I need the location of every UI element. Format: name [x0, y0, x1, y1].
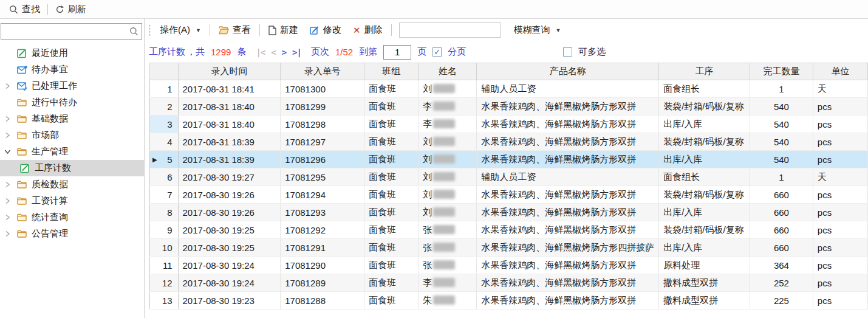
cell-unit[interactable]: pcs — [813, 133, 867, 151]
cell-product[interactable]: 水果香辣鸡肉、海鲜黑椒烤肠方形双拼 — [477, 221, 659, 239]
cell-process[interactable]: 面食组长 — [659, 168, 750, 186]
cell-process[interactable]: 撒料成型双拼 — [659, 292, 750, 309]
sidebar-search-input[interactable] — [1, 24, 129, 39]
cell-qty[interactable]: 1 — [750, 80, 813, 98]
cell-name[interactable]: 李 — [419, 116, 477, 133]
row-number-cell[interactable]: 2 — [150, 98, 179, 116]
row-number-cell[interactable]: 6 — [150, 168, 179, 186]
cell-name[interactable]: 刘 — [419, 204, 477, 221]
table-row[interactable]: ▶52017-08-31 18:3917081296面食班刘水果香辣鸡肉、海鲜黑… — [150, 151, 868, 168]
cell-order[interactable]: 17081293 — [281, 204, 364, 221]
edit-button[interactable]: 修改 — [305, 22, 346, 38]
cell-order[interactable]: 17081296 — [281, 151, 364, 168]
quick-search-input[interactable] — [399, 22, 501, 38]
find-button[interactable]: 查找 — [4, 2, 46, 17]
cell-group[interactable]: 面食班 — [364, 221, 419, 239]
cell-process[interactable]: 装袋/封箱/码板/复称 — [659, 98, 750, 116]
cell-product[interactable]: 水果香辣鸡肉、海鲜黑椒烤肠方形双拼 — [477, 186, 659, 204]
cell-name[interactable]: 刘 — [419, 151, 477, 168]
row-number-cell[interactable]: 3 — [150, 116, 179, 133]
cell-name[interactable]: 张 — [419, 239, 477, 257]
cell-qty[interactable]: 660 — [750, 239, 813, 257]
col-header-time[interactable]: 录入时间 — [178, 63, 281, 80]
cell-unit[interactable]: pcs — [813, 116, 867, 133]
toolbar-grip-handle[interactable] — [148, 24, 151, 37]
table-row[interactable]: 102017-08-30 19:2517081291面食班张水果香辣鸡肉、海鲜黑… — [150, 239, 868, 257]
sidebar-item-0[interactable]: 最近使用 — [0, 45, 144, 61]
cell-process[interactable]: 原料处理 — [659, 257, 750, 274]
col-header-order[interactable]: 录入单号 — [281, 63, 364, 80]
cell-unit[interactable]: pcs — [813, 221, 867, 239]
cell-name[interactable]: 朱 — [419, 292, 477, 309]
chevron-right-icon[interactable] — [2, 181, 12, 188]
next-page-button[interactable]: > — [282, 47, 286, 57]
cell-qty[interactable]: 660 — [750, 186, 813, 204]
fuzzy-query-dropdown[interactable]: 模糊查询 ▼ — [509, 22, 566, 38]
sidebar-item-2[interactable]: 已处理工作 — [0, 78, 144, 94]
chevron-right-icon[interactable] — [2, 214, 12, 221]
paging-checkbox[interactable] — [432, 47, 442, 57]
row-number-cell[interactable]: 4 — [150, 133, 179, 151]
table-row[interactable]: 92017-08-30 19:2517081292面食班张水果香辣鸡肉、海鲜黑椒… — [150, 221, 868, 239]
cell-qty[interactable]: 540 — [750, 98, 813, 116]
sidebar-item-5[interactable]: 市场部 — [0, 127, 144, 143]
cell-order[interactable]: 17081300 — [281, 80, 364, 98]
cell-qty[interactable]: 540 — [750, 133, 813, 151]
row-number-cell[interactable]: 13 — [150, 292, 179, 309]
col-header-unit[interactable]: 单位 — [813, 63, 867, 80]
cell-qty[interactable]: 660 — [750, 204, 813, 221]
cell-name[interactable]: 刘 — [419, 168, 477, 186]
new-button[interactable]: 新建 — [264, 22, 303, 38]
chevron-right-icon[interactable] — [2, 116, 12, 122]
sidebar-item-11[interactable]: 公告管理 — [0, 226, 144, 242]
cell-product[interactable]: 水果香辣鸡肉、海鲜黑椒烤肠方形双拼 — [477, 133, 659, 151]
cell-time[interactable]: 2017-08-31 18:40 — [178, 116, 281, 133]
chevron-right-icon[interactable] — [2, 83, 12, 89]
sidebar-item-6[interactable]: 生产管理 — [0, 143, 144, 160]
delete-button[interactable]: ✕ 删除 — [348, 22, 388, 38]
cell-order[interactable]: 17081294 — [281, 186, 364, 204]
cell-product[interactable]: 水果香辣鸡肉、海鲜黑椒烤肠方形四拼披萨 — [477, 239, 659, 257]
table-row[interactable]: 42017-08-31 18:3917081297面食班刘水果香辣鸡肉、海鲜黑椒… — [150, 133, 868, 151]
table-row[interactable]: 22017-08-31 18:4017081299面食班李水果香辣鸡肉、海鲜黑椒… — [150, 98, 868, 116]
cell-order[interactable]: 17081297 — [281, 133, 364, 151]
cell-order[interactable]: 17081295 — [281, 168, 364, 186]
cell-time[interactable]: 2017-08-30 19:24 — [178, 274, 281, 292]
col-header-product[interactable]: 产品名称 — [477, 63, 659, 80]
cell-group[interactable]: 面食班 — [364, 204, 419, 221]
cell-unit[interactable]: pcs — [813, 239, 867, 257]
cell-order[interactable]: 17081299 — [281, 98, 364, 116]
cell-process[interactable]: 装袋/封箱/码板/复称 — [659, 133, 750, 151]
col-header-name[interactable]: 姓名 — [419, 63, 477, 80]
cell-name[interactable]: 张 — [419, 257, 477, 274]
cell-product[interactable]: 辅助人员工资 — [477, 168, 659, 186]
cell-group[interactable]: 面食班 — [364, 98, 419, 116]
row-number-cell[interactable]: 11 — [150, 257, 179, 274]
row-number-cell[interactable]: ▶5 — [150, 151, 179, 168]
cell-group[interactable]: 面食班 — [364, 274, 419, 292]
row-number-cell[interactable]: 10 — [150, 239, 179, 257]
view-button[interactable]: 查看 — [214, 22, 256, 38]
cell-time[interactable]: 2017-08-30 19:24 — [178, 257, 281, 274]
cell-qty[interactable]: 1 — [750, 168, 813, 186]
table-row[interactable]: 112017-08-30 19:2417081290面食班张水果香辣鸡肉、海鲜黑… — [150, 257, 868, 274]
cell-group[interactable]: 面食班 — [364, 186, 419, 204]
table-row[interactable]: 132017-08-30 19:2317081288面食班朱水果香辣鸡肉、海鲜黑… — [150, 292, 868, 309]
refresh-button[interactable]: 刷新 — [50, 2, 92, 17]
cell-process[interactable]: 装袋/封箱/码板/复称 — [659, 186, 750, 204]
table-row[interactable]: 12017-08-31 18:4117081300面食班刘辅助人员工资面食组长1… — [150, 80, 868, 98]
cell-unit[interactable]: pcs — [813, 204, 867, 221]
cell-time[interactable]: 2017-08-31 18:41 — [178, 80, 281, 98]
cell-time[interactable]: 2017-08-31 18:39 — [178, 151, 281, 168]
cell-qty[interactable]: 364 — [750, 257, 813, 274]
row-number-cell[interactable]: 12 — [150, 274, 179, 292]
cell-group[interactable]: 面食班 — [364, 292, 419, 309]
cell-qty[interactable]: 252 — [750, 274, 813, 292]
cell-product[interactable]: 水果香辣鸡肉、海鲜黑椒烤肠方形双拼 — [477, 98, 659, 116]
cell-group[interactable]: 面食班 — [364, 133, 419, 151]
cell-name[interactable]: 李 — [419, 274, 477, 292]
cell-product[interactable]: 水果香辣鸡肉、海鲜黑椒烤肠方形双拼 — [477, 151, 659, 168]
cell-time[interactable]: 2017-08-31 18:40 — [178, 98, 281, 116]
cell-time[interactable]: 2017-08-30 19:25 — [178, 239, 281, 257]
goto-page-input[interactable] — [383, 45, 411, 60]
